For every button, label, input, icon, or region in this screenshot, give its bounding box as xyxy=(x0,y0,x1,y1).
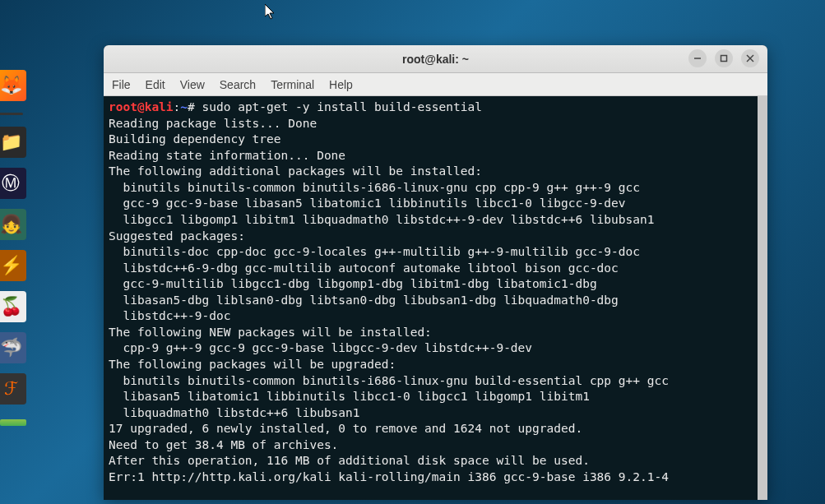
armitage-icon[interactable]: 👧 xyxy=(0,209,26,240)
menu-terminal[interactable]: Terminal xyxy=(271,78,314,91)
terminal-body[interactable]: root@kali:~# sudo apt-get -y install bui… xyxy=(104,96,767,500)
window-controls xyxy=(688,49,759,67)
output-line: Need to get 38.4 MB of archives. xyxy=(109,438,338,451)
dock-separator xyxy=(0,113,23,115)
close-button[interactable] xyxy=(741,49,759,67)
output-line: binutils binutils-common binutils-i686-l… xyxy=(109,374,669,387)
window-titlebar[interactable]: root@kali: ~ xyxy=(104,45,767,73)
output-line: Reading package lists... Done xyxy=(109,117,317,130)
output-line: libstdc++6-9-dbg gcc-multilib autoconf a… xyxy=(109,261,619,275)
output-line: libstdc++-9-doc xyxy=(109,309,230,322)
firefox-icon[interactable]: 🦊 xyxy=(0,70,26,101)
menu-edit[interactable]: Edit xyxy=(146,78,165,91)
output-line: The following NEW packages will be insta… xyxy=(109,326,432,339)
prompt-host: kali xyxy=(145,100,174,113)
prompt-path: ~ xyxy=(180,100,188,113)
output-line: libasan5-dbg liblsan0-dbg libtsan0-dbg l… xyxy=(109,294,619,307)
output-line: libgcc1 libgomp1 libitm1 libquadmath0 li… xyxy=(109,213,654,226)
command-text: sudo apt-get -y install build-essential xyxy=(202,100,482,113)
window-title: root@kali: ~ xyxy=(402,53,469,66)
menu-file[interactable]: File xyxy=(112,78,131,91)
files-icon[interactable]: 📁 xyxy=(0,127,26,158)
output-line: gcc-9-multilib libgcc1-dbg libgomp1-dbg … xyxy=(109,277,597,290)
cherrytree-icon[interactable]: 🍒 xyxy=(0,291,26,322)
output-line: After this operation, 116 MB of addition… xyxy=(109,454,590,467)
burpsuite-icon[interactable]: ℱ xyxy=(0,373,26,405)
output-line: Building dependency tree xyxy=(109,132,281,146)
prompt-user: root xyxy=(109,100,137,113)
output-line: The following packages will be upgraded: xyxy=(109,358,396,371)
mouse-cursor xyxy=(265,4,278,21)
output-line: binutils binutils-common binutils-i686-l… xyxy=(109,181,640,194)
desktop-dock: 🦊 📁 Ⓜ 👧 ⚡ 🍒 🦈 ℱ xyxy=(0,70,35,426)
metasploit-icon[interactable]: Ⓜ xyxy=(0,168,26,199)
menu-view[interactable]: View xyxy=(180,78,205,91)
output-line: Suggested packages: xyxy=(109,229,245,243)
terminal-window: root@kali: ~ File Edit View Search Termi… xyxy=(104,45,767,500)
wireshark-icon[interactable]: 🦈 xyxy=(0,332,26,363)
svg-rect-2 xyxy=(721,56,727,62)
minimize-button[interactable] xyxy=(688,49,707,67)
output-line: Reading state information... Done xyxy=(109,149,345,162)
prompt-at: @ xyxy=(137,100,145,113)
output-line: cpp-9 g++-9 gcc-9 gcc-9-base libgcc-9-de… xyxy=(109,341,532,354)
zap-icon[interactable]: ⚡ xyxy=(0,250,26,281)
output-line: libquadmath0 libstdc++6 libubsan1 xyxy=(109,406,360,419)
prompt-hash: # xyxy=(188,100,195,113)
menu-search[interactable]: Search xyxy=(220,78,256,91)
show-apps-icon[interactable] xyxy=(0,419,26,426)
svg-marker-0 xyxy=(265,4,274,19)
maximize-button[interactable] xyxy=(715,49,733,67)
output-line: binutils-doc cpp-doc gcc-9-locales g++-m… xyxy=(109,245,640,258)
output-line: gcc-9 gcc-9-base libasan5 libatomic1 lib… xyxy=(109,197,626,210)
menubar: File Edit View Search Terminal Help xyxy=(104,73,767,96)
menu-help[interactable]: Help xyxy=(329,78,353,91)
output-line: libasan5 libatomic1 libbinutils libcc1-0… xyxy=(109,390,590,403)
output-line: The following additional packages will b… xyxy=(109,164,482,178)
prompt-colon: : xyxy=(174,100,181,113)
output-line: 17 upgraded, 6 newly installed, 0 to rem… xyxy=(109,422,582,435)
output-line: Err:1 http://http.kali.org/kali kali-rol… xyxy=(109,470,669,483)
